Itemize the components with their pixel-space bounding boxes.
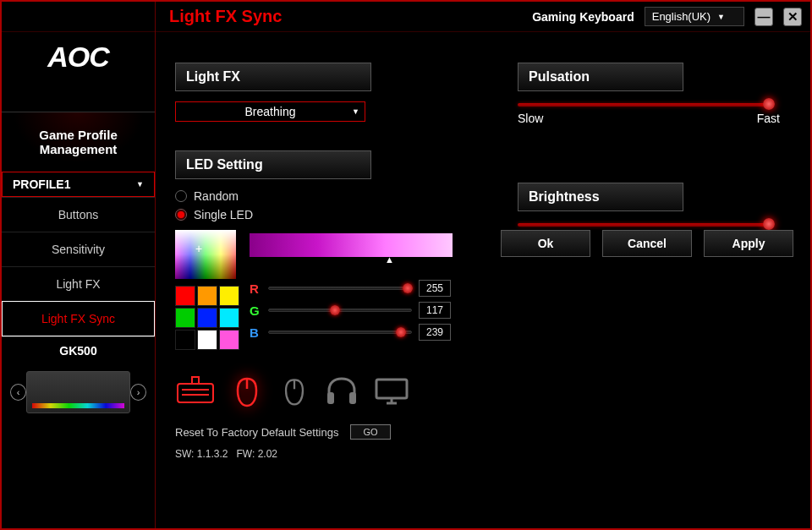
radio-dot-single (175, 209, 187, 221)
language-select[interactable]: English(UK) (645, 7, 744, 26)
keyboard-icon[interactable] (175, 375, 216, 407)
mouse-active-icon[interactable] (229, 374, 265, 409)
sync-device-icons (175, 374, 480, 409)
close-button[interactable]: ✕ (783, 8, 802, 26)
profile-select[interactable]: PROFILE1 (2, 172, 155, 197)
reset-go-button[interactable]: GO (350, 424, 390, 440)
rgb-r-label: R (250, 281, 261, 296)
minimize-button[interactable]: — (754, 8, 773, 26)
rgb-r-value[interactable]: 255 (419, 280, 451, 297)
radio-dot-random (175, 190, 187, 202)
device-label: Gaming Keyboard (532, 10, 634, 24)
swatch-white[interactable] (197, 330, 217, 350)
sidebar-item-light-fx[interactable]: Light FX (2, 266, 155, 301)
sidebar-item-buttons[interactable]: Buttons (2, 197, 155, 232)
language-select-value: English(UK) (652, 10, 710, 23)
radio-single-led[interactable]: Single LED (175, 208, 480, 221)
swatch-yellow[interactable] (219, 286, 239, 306)
swatch-grid (175, 286, 239, 350)
device-next-button[interactable]: › (130, 384, 146, 401)
reset-row: Reset To Factory Default Settings GO (175, 424, 480, 440)
swatch-black[interactable] (175, 330, 195, 350)
sidebar-section-header: Game Profile Management (2, 112, 155, 172)
dialog-buttons: Ok Cancel Apply (501, 230, 793, 257)
led-setting-heading: LED Setting (175, 150, 371, 179)
monitor-icon[interactable] (373, 375, 410, 407)
swatch-blue[interactable] (197, 308, 217, 328)
svg-rect-5 (327, 392, 334, 404)
swatch-cyan[interactable] (219, 308, 239, 328)
radio-random-label: Random (194, 189, 239, 203)
rgb-b-label: B (250, 325, 261, 340)
pulsation-fast-label: Fast (757, 112, 780, 125)
cancel-button[interactable]: Cancel (602, 230, 692, 257)
ok-button[interactable]: Ok (501, 230, 590, 257)
brightness-slider[interactable] (518, 223, 771, 227)
radio-single-label: Single LED (194, 208, 253, 221)
hue-strip[interactable]: ▲ (250, 233, 453, 257)
device-thumbnail[interactable] (26, 371, 130, 413)
sidebar-item-light-fx-sync[interactable]: Light FX Sync (2, 301, 155, 336)
reset-label: Reset To Factory Default Settings (175, 426, 338, 439)
swatch-orange[interactable] (197, 286, 217, 306)
brand-logo-text: AOC (47, 41, 109, 74)
device-prev-button[interactable]: ‹ (10, 384, 26, 401)
hue-pointer-icon: ▲ (385, 254, 394, 265)
rgb-row-r: R 255 (250, 277, 480, 299)
svg-rect-6 (349, 392, 356, 404)
headset-icon[interactable] (324, 375, 359, 407)
light-fx-heading: Light FX (175, 63, 371, 91)
column-right: Pulsation Slow Fast Brightness Off Brigh… (518, 63, 793, 269)
svg-rect-7 (376, 380, 407, 398)
effect-select[interactable]: Breathing ▼ (175, 101, 365, 122)
swatch-red[interactable] (175, 286, 195, 306)
sidebar: AOC Game Profile Management PROFILE1 But… (2, 2, 156, 528)
rgb-g-slider[interactable] (268, 309, 412, 312)
column-left: Light FX Breathing ▼ LED Setting Random … (175, 63, 480, 460)
chevron-down-icon: ▼ (352, 107, 359, 116)
profile-select-value: PROFILE1 (13, 178, 70, 191)
swatch-magenta[interactable] (219, 330, 239, 350)
page-title: Light FX Sync (169, 7, 282, 26)
brightness-heading: Brightness (518, 183, 683, 211)
title-right: Gaming Keyboard English(UK) — ✕ (532, 7, 802, 26)
color-area: + ▲ (175, 230, 480, 350)
apply-button[interactable]: Apply (704, 230, 793, 257)
pulsation-heading: Pulsation (518, 63, 683, 91)
rgb-row-b: B 239 (250, 321, 480, 343)
rgb-b-value[interactable]: 239 (419, 324, 451, 341)
radio-random[interactable]: Random (175, 189, 480, 203)
rgb-r-slider[interactable] (268, 287, 412, 290)
device-model-label: GK500 (7, 344, 150, 358)
pulsation-slider[interactable] (518, 103, 771, 107)
mouse-inactive-icon[interactable] (278, 375, 310, 407)
rgb-row-g: G 117 (250, 299, 480, 321)
svg-rect-0 (178, 384, 213, 402)
brand-logo: AOC (2, 2, 155, 112)
rgb-g-value[interactable]: 117 (419, 302, 451, 319)
rgb-sliders: R 255 G 117 B 239 (250, 277, 480, 343)
sv-cursor-icon: + (195, 242, 202, 255)
pulsation-slow-label: Slow (518, 112, 543, 125)
effect-select-value: Breathing (245, 105, 296, 118)
rgb-b-slider[interactable] (268, 331, 412, 334)
saturation-value-picker[interactable]: + (175, 230, 236, 279)
device-carousel: GK500 ‹ › (2, 336, 155, 427)
rgb-g-label: G (250, 303, 261, 318)
main-content: Light FX Breathing ▼ LED Setting Random … (162, 37, 802, 520)
pulsation-slider-block: Slow Fast (518, 103, 793, 125)
sidebar-item-sensitivity[interactable]: Sensitivity (2, 232, 155, 266)
swatch-green[interactable] (175, 308, 195, 328)
version-text: SW: 1.1.3.2 FW: 2.02 (175, 448, 480, 460)
